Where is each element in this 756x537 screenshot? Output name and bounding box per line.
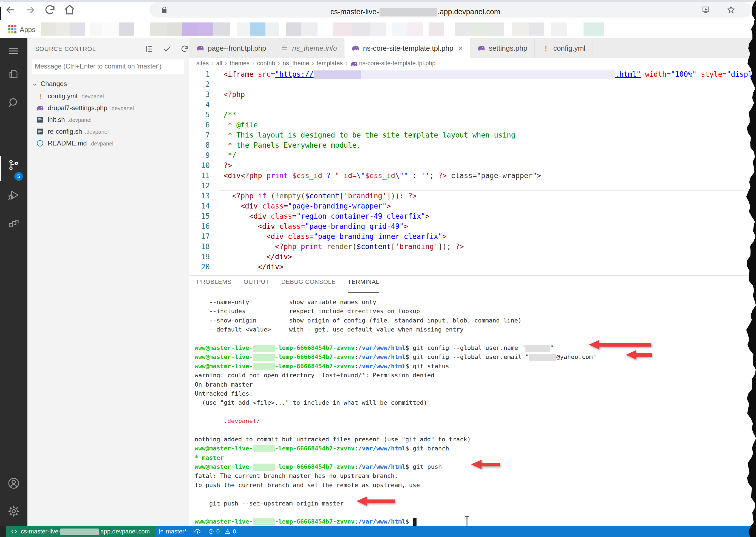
breadcrumb-item[interactable]: ns_theme [283, 60, 309, 67]
account-icon[interactable] [7, 477, 20, 490]
close-icon[interactable]: × [458, 44, 463, 53]
code-editor[interactable]: 1<iframe src="https://.html" width="100%… [189, 68, 756, 275]
terminal-line [195, 508, 754, 517]
reload-icon[interactable] [44, 4, 56, 16]
editor-tab-ns-theme-info[interactable]: ns_theme.info [273, 38, 344, 58]
commit-check-icon[interactable] [162, 44, 172, 54]
view-as-list-icon[interactable] [145, 44, 154, 54]
bookmark-item[interactable] [90, 22, 102, 36]
breadcrumb-item[interactable]: ns-core-site-template.tpl.php [359, 60, 435, 67]
remote-indicator[interactable]: cs-master-live-.app.devpanel.com [6, 526, 155, 537]
panel-tabs: PROBLEMSOUTPUTDEBUG CONSOLETERMINAL [197, 278, 379, 292]
line-number: 10 [189, 161, 210, 171]
bookmark-item[interactable] [551, 22, 567, 36]
publish-branch-button[interactable] [194, 528, 201, 535]
panel-tab-terminal[interactable]: TERMINAL [348, 278, 379, 292]
code-line: * This layout is designed to be the site… [223, 130, 515, 140]
shell-script-icon [36, 128, 44, 136]
problems-status[interactable]: 0 0 [208, 528, 236, 535]
bookmark-item[interactable] [392, 22, 407, 36]
breadcrumb[interactable]: sites›all›themes›contrib›ns_theme›templa… [189, 58, 756, 68]
terminal-line: --name-only show variable names only [195, 298, 754, 307]
line-number: 11 [189, 171, 210, 181]
breadcrumb-item[interactable]: all [216, 60, 222, 67]
bookmark-item[interactable] [489, 22, 504, 36]
bookmark-item[interactable] [198, 22, 213, 36]
editor-tab-page-front-tpl-php[interactable]: page--front.tpl.php [189, 38, 273, 58]
breadcrumb-item[interactable]: templates [317, 60, 343, 67]
bookmark-item[interactable] [352, 22, 370, 36]
explorer-icon[interactable] [7, 68, 20, 81]
sidebar-title: SOURCE CONTROL [35, 46, 96, 53]
breadcrumb-separator: › [252, 60, 254, 67]
changed-file-row[interactable]: init.sh.devpanelU [27, 114, 189, 126]
bookmark-item[interactable] [237, 22, 250, 36]
changed-file-row[interactable]: !config.yml.devpanelU [27, 91, 189, 103]
bookmark-item[interactable] [182, 22, 198, 36]
bookmark-item[interactable] [512, 22, 529, 36]
breadcrumb-item[interactable]: contrib [257, 60, 275, 67]
line-number: 12 [189, 181, 210, 191]
terminal[interactable]: --name-only show variable names only --i… [195, 298, 754, 526]
bookmark-item[interactable] [102, 22, 119, 36]
bookmark-item[interactable] [41, 22, 56, 36]
source-control-icon[interactable] [7, 158, 20, 172]
bookmark-item[interactable] [301, 22, 318, 36]
run-debug-icon[interactable] [7, 188, 20, 202]
bookmark-item[interactable] [471, 22, 489, 36]
search-icon[interactable] [7, 97, 20, 109]
bookmark-item[interactable] [250, 22, 265, 36]
bookmark-item[interactable] [455, 22, 471, 36]
bookmark-item[interactable] [428, 22, 444, 36]
home-icon[interactable] [64, 4, 76, 16]
changed-file-row[interactable]: re-config.sh.devpanelU [27, 126, 189, 138]
breadcrumb-item[interactable]: sites [196, 60, 209, 67]
editor-tab-ns-core-site-template-tpl-php[interactable]: ns-core-site-template.tpl.php× [344, 38, 470, 58]
branch-status[interactable]: master* [158, 528, 187, 535]
editor-tab-config-yml[interactable]: !config.yml [535, 38, 593, 58]
breadcrumb-item[interactable]: themes [230, 60, 249, 67]
bookmark-item[interactable] [286, 22, 301, 36]
menu-icon[interactable] [7, 44, 20, 58]
bookmark-item[interactable] [56, 22, 70, 36]
file-path: .devpanel [90, 141, 113, 146]
panel-tab-problems[interactable]: PROBLEMS [197, 278, 232, 292]
panel-tab-debug-console[interactable]: DEBUG CONSOLE [281, 278, 335, 292]
install-app-icon[interactable] [701, 6, 710, 14]
extensions-icon[interactable] [7, 218, 20, 231]
bookmark-items [41, 22, 604, 36]
current-line-highlight [219, 180, 756, 191]
bookmark-item[interactable] [119, 22, 134, 36]
settings-gear-icon[interactable] [7, 505, 20, 518]
torn-edge [745, 0, 756, 537]
back-icon[interactable] [4, 4, 17, 16]
terminal-line: On branch master [195, 380, 754, 389]
bookmark-star-icon[interactable] [727, 6, 735, 14]
line-number: 17 [189, 231, 210, 242]
apps-label[interactable]: Apps [20, 26, 35, 34]
bookmark-item[interactable] [213, 22, 230, 36]
panel-tab-output[interactable]: OUTPUT [244, 278, 269, 292]
bookmark-item[interactable] [333, 22, 352, 36]
code-line: <div class="page-branding-inner clearfix… [223, 231, 447, 242]
changed-file-row[interactable]: drupal7-settings.php.devpanelU [27, 103, 189, 114]
forward-icon[interactable] [24, 4, 36, 16]
terminal-line: www@master-live--lemp-66668454b7-zvvnv:/… [195, 343, 754, 352]
tab-label: page--front.tpl.php [208, 44, 266, 53]
bookmark-item[interactable] [167, 22, 182, 36]
bookmark-item[interactable] [150, 22, 167, 36]
changes-section-header[interactable]: Changes 5 [27, 79, 189, 90]
bookmark-item[interactable] [265, 22, 279, 36]
apps-grid-icon[interactable] [8, 25, 17, 33]
bookmark-item[interactable] [407, 22, 423, 36]
url-bar[interactable]: cs-master-live-.app.devpanel.com [150, 2, 751, 18]
bookmark-item[interactable] [584, 22, 604, 36]
bookmark-item[interactable] [529, 22, 544, 36]
changed-file-row[interactable]: README.md.devpanelU [27, 138, 189, 150]
commit-message-input[interactable]: Message (Ctrl+Enter to commit on 'master… [31, 59, 184, 74]
bookmark-item[interactable] [370, 22, 386, 36]
line-number: 18 [189, 242, 210, 252]
bookmark-item[interactable] [70, 22, 85, 36]
refresh-icon[interactable] [180, 44, 189, 54]
editor-tab-settings-php[interactable]: settings.php [470, 38, 535, 58]
